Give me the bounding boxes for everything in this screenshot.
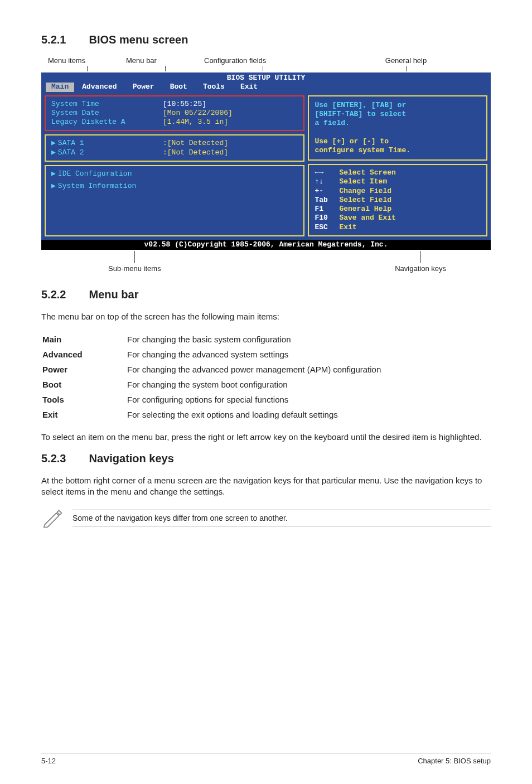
nav-label: Select Field (339, 196, 391, 204)
bios-panel-top: System Time[10:55:25] System Date[Mon 05… (45, 95, 304, 132)
bios-panel-bot: ▶IDE Configuration ▶System Information (45, 165, 304, 236)
chapter-label: Chapter 5: BIOS setup (418, 757, 491, 765)
menu-bar-table: MainFor changing the basic system config… (41, 331, 491, 423)
table-row: ExitFor selecting the exit options and l… (42, 408, 490, 422)
menu-key: Exit (42, 408, 126, 422)
page-footer: 5-12 Chapter 5: BIOS setup (41, 753, 491, 765)
nav-key: F1 (315, 205, 339, 214)
label-general-help: General help (321, 56, 491, 65)
bios-field-key: SATA 1 (58, 139, 84, 147)
note-text: Some of the navigation keys differ from … (72, 514, 491, 522)
section-number: 5.2.1 (41, 33, 86, 46)
triangle-icon: ▶ (51, 182, 56, 190)
bios-help-line: Use [+] or [-] to (315, 137, 481, 146)
label-menu-items: Menu items (48, 56, 126, 65)
bios-tab-power: Power (125, 83, 162, 91)
bios-field-key: System Date (51, 109, 163, 118)
table-row: ToolsFor configuring options for special… (42, 393, 490, 406)
bios-help-line: [SHIFT-TAB] to select (315, 110, 481, 119)
table-row: PowerFor changing the advanced power man… (42, 362, 490, 376)
diagram-top-labels: Menu items Menu bar Configuration fields… (41, 56, 491, 71)
menu-desc: For changing the advanced system setting… (127, 347, 490, 361)
bios-submenu: System Information (58, 182, 136, 190)
label-navigation-keys: Navigation keys (395, 264, 446, 273)
bios-help-panel: Use [ENTER], [TAB] or [SHIFT-TAB] to sel… (308, 95, 487, 161)
label-submenu-items: Sub-menu items (108, 264, 161, 273)
table-row: MainFor changing the basic system config… (42, 332, 490, 346)
bios-field-key: System Time (51, 100, 163, 109)
nav-key: ←→ (315, 168, 339, 177)
table-row: AdvancedFor changing the advanced system… (42, 347, 490, 361)
nav-key: F10 (315, 214, 339, 222)
triangle-icon: ▶ (51, 148, 56, 157)
heading-523: 5.2.3 Navigation keys (41, 452, 491, 465)
bios-help-line: Use [ENTER], [TAB] or (315, 101, 481, 110)
triangle-icon: ▶ (51, 170, 56, 178)
triangle-icon: ▶ (51, 139, 56, 147)
bios-field-key: SATA 2 (58, 148, 84, 157)
bios-tab-boot: Boot (162, 83, 195, 91)
menu-key: Main (42, 332, 126, 346)
menu-key: Tools (42, 393, 126, 406)
bios-submenu: IDE Configuration (58, 170, 132, 178)
section-title: Menu bar (89, 288, 139, 301)
nav-label: Save and Exit (339, 214, 395, 222)
menu-desc: For selecting the exit options and loadi… (127, 408, 490, 422)
label-config-fields: Configuration fields (204, 56, 321, 65)
pencil-icon (41, 507, 62, 530)
menu-key: Power (42, 362, 126, 376)
bios-field-value: :[Not Detected] (163, 139, 228, 148)
nav-label: Exit (339, 223, 356, 231)
nav-label: General Help (339, 205, 391, 213)
bios-field-value: [1.44M, 3.5 in] (163, 118, 228, 127)
menu-bar-intro: The menu bar on top of the screen has th… (41, 311, 491, 322)
section-number: 5.2.2 (41, 288, 86, 301)
section-title: BIOS menu screen (89, 33, 188, 46)
bios-field-value: [Mon 05/22/2006] (163, 109, 233, 118)
bios-help-line: a field. (315, 119, 481, 128)
bios-panel-mid: ▶SATA 1:[Not Detected] ▶SATA 2:[Not Dete… (45, 134, 304, 162)
bios-tab-main: Main (46, 83, 74, 91)
menu-bar-outro: To select an item on the menu bar, press… (41, 432, 491, 443)
page-number: 5-12 (41, 757, 56, 765)
nav-key: ↑↓ (315, 177, 339, 186)
nav-key: ESC (315, 223, 339, 232)
table-row: BootFor changing the system boot configu… (42, 378, 490, 391)
menu-desc: For configuring options for special func… (127, 393, 490, 406)
bios-field-value: :[Not Detected] (163, 148, 228, 157)
bios-help-line: configure system Time. (315, 146, 481, 155)
menu-desc: For changing the advanced power manageme… (127, 362, 490, 376)
note-box: Some of the navigation keys differ from … (41, 506, 491, 530)
bios-tab-advanced: Advanced (74, 83, 124, 91)
nav-keys-text: At the bottom right corner of a menu scr… (41, 475, 491, 498)
menu-key: Boot (42, 378, 126, 391)
bios-screenshot: BIOS SETUP UTILITY Main Advanced Power B… (41, 72, 491, 250)
diagram-bottom-labels: Sub-menu items Navigation keys (41, 251, 491, 273)
bios-tab-exit: Exit (233, 83, 265, 91)
menu-key: Advanced (42, 347, 126, 361)
heading-522: 5.2.2 Menu bar (41, 288, 491, 301)
nav-label: Change Field (339, 187, 391, 195)
bios-title: BIOS SETUP UTILITY (41, 72, 491, 83)
bios-tab-tools: Tools (195, 83, 233, 91)
nav-key: +- (315, 187, 339, 196)
bios-nav-panel: ←→Select Screen ↑↓Select Item +-Change F… (308, 164, 487, 236)
bios-footer: v02.58 (C)Copyright 1985-2006, American … (41, 240, 491, 250)
menu-desc: For changing the basic system configurat… (127, 332, 490, 346)
bios-field-value: [10:55:25] (163, 100, 206, 109)
bios-field-key: Legacy Diskette A (51, 118, 163, 127)
nav-key: Tab (315, 196, 339, 205)
heading-521: 5.2.1 BIOS menu screen (41, 33, 491, 46)
nav-label: Select Item (339, 177, 387, 186)
label-menu-bar: Menu bar (126, 56, 204, 65)
section-title: Navigation keys (89, 452, 174, 464)
menu-desc: For changing the system boot configurati… (127, 378, 490, 391)
section-number: 5.2.3 (41, 452, 86, 465)
nav-label: Select Screen (339, 168, 395, 177)
bios-menubar: Main Advanced Power Boot Tools Exit (41, 83, 491, 93)
